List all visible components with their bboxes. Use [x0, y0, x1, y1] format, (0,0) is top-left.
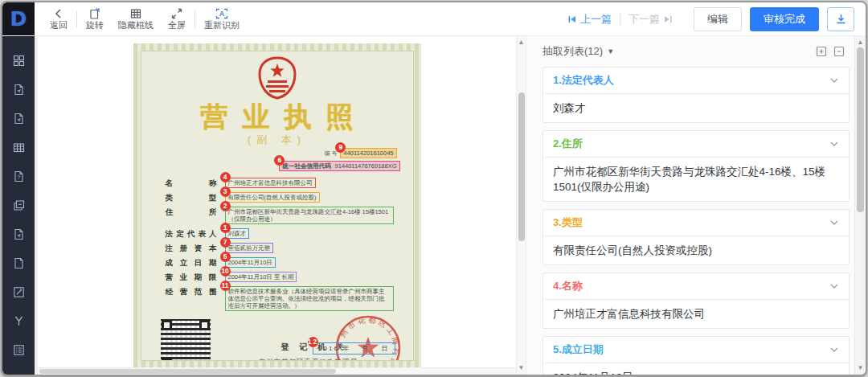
file-icon [13, 257, 25, 269]
field-card-value[interactable]: 广州市花都区新华街天贵路与龙珠路交汇处4-16楼、15楼1501(仅限办公用途) [543, 158, 849, 201]
panel-scrollbar-thumb[interactable] [857, 47, 864, 212]
license-field-row: 成立日期 52004年11月10日 [166, 257, 402, 268]
horizontal-scrollbar-thumb[interactable] [39, 369, 336, 374]
license-title: 营业执照 [153, 100, 402, 133]
logo-letter: D [10, 7, 27, 31]
field-value: 2004年11月10日 至 长期 [228, 273, 294, 281]
expand-all-icon[interactable] [816, 46, 827, 57]
credit-annotation-box[interactable]: 6 统一社会信用代码 9144011476769188XG [279, 161, 399, 171]
extraction-panel: 抽取列表(12) ▼ 1.法定代表人 刘森才 2 [526, 36, 866, 375]
sidebar-item-unknown-doc[interactable]: ? [2, 162, 35, 191]
rotate-button[interactable]: 旋转 [79, 2, 111, 36]
sidebar-item-pdf-doc-2[interactable] [2, 104, 35, 133]
extraction-list-title: 抽取列表(12) [542, 44, 603, 59]
download-button[interactable] [827, 7, 854, 31]
skip-next-icon [663, 14, 673, 24]
field-label: 经营范围 [166, 287, 225, 296]
sidebar-item-file[interactable] [2, 248, 35, 277]
field-value: 广州市花都区新华街天贵路与龙珠路交汇处4-16楼 15楼1501（仅限办公用途） [228, 208, 389, 223]
annotation-badge: 11 [220, 281, 231, 291]
toolbar-right-group: 上一篇 下一篇 编辑 审核完成 [567, 2, 866, 35]
field-label: 名称 [166, 178, 225, 187]
chevron-down-icon[interactable] [829, 281, 839, 291]
scroll-down-arrow[interactable]: ▼ [855, 363, 866, 373]
field-card-header[interactable]: 1.法定代表人 [543, 68, 849, 94]
app-logo: D [2, 2, 35, 35]
pdf-file-icon [13, 228, 25, 240]
field-annotation-box[interactable]: 1刘森才 [225, 228, 250, 239]
scroll-up-arrow[interactable]: ▲ [517, 38, 526, 47]
collapse-all-icon[interactable] [833, 46, 845, 57]
field-annotation-box[interactable]: 11软件和信息技术服务业（具体经营项目请登录广州市商事主体信息公示平台查询。依法… [225, 286, 394, 311]
annotation-badge: 7 [220, 237, 231, 248]
rotate-page-icon [89, 8, 100, 19]
qr-code [161, 319, 211, 361]
branch-y-icon [13, 315, 25, 327]
left-sidebar: ? [2, 36, 35, 375]
field-annotation-box[interactable]: 2广州市花都区新华街天贵路与龙珠路交汇处4-16楼 15楼1501（仅限办公用途… [225, 207, 394, 224]
previous-doc-label: 上一篇 [580, 12, 612, 27]
date-annotation-box[interactable]: 12 2016 年 月 日 [313, 342, 395, 354]
national-emblem [153, 56, 402, 100]
viewer-scrollbar-thumb[interactable] [518, 92, 525, 241]
grid-icon [13, 55, 25, 67]
sidebar-item-form-list[interactable] [2, 335, 35, 364]
extraction-field-card: 4.名称 广州培正才富信息科技有限公司 [542, 273, 850, 329]
horizontal-scrollbar[interactable] [38, 367, 516, 375]
field-card-label: 1.法定代表人 [553, 73, 614, 88]
hide-lines-button[interactable]: 隐藏框线 [111, 2, 161, 36]
field-annotation-box[interactable]: 3有限责任公司(自然人投资或控股) [225, 192, 320, 203]
app-window: D 返回 旋转 隐藏框线 全屏 A 重新识别 [1, 1, 867, 376]
rotate-label: 旋转 [86, 20, 104, 31]
scroll-up-arrow[interactable]: ▲ [855, 38, 866, 47]
field-card-header[interactable]: 3.类型 [543, 210, 849, 236]
sidebar-item-edit-template[interactable] [2, 277, 35, 306]
next-doc-button[interactable]: 下一篇 [628, 12, 673, 27]
field-label: 营业期限 [166, 273, 225, 281]
back-button[interactable]: 返回 [43, 2, 75, 36]
table-icon [13, 141, 25, 154]
extraction-field-card: 1.法定代表人 刘森才 [542, 67, 850, 123]
sidebar-item-tables[interactable] [2, 133, 35, 162]
field-card-label: 2.住所 [553, 137, 583, 151]
field-annotation-box[interactable]: 7壹佰贰拾万元整 [225, 243, 274, 253]
field-card-header[interactable]: 2.住所 [543, 131, 849, 158]
rerecognize-button[interactable]: A 重新识别 [197, 2, 247, 36]
sidebar-item-workflow[interactable] [2, 306, 35, 335]
license-inner: 营业执照 (副 本) 编 号 9 440114201610045 6 [141, 51, 414, 361]
field-annotation-box[interactable]: 52004年11月10日 [225, 257, 276, 268]
field-card-header[interactable]: 5.成立日期 [543, 337, 849, 363]
annotation-badge: 2 [220, 201, 231, 211]
sidebar-item-batch[interactable] [2, 191, 35, 219]
caret-down-icon[interactable]: ▼ [607, 47, 614, 55]
field-card-value[interactable]: 广州培正才富信息科技有限公司 [543, 300, 849, 328]
field-card-header[interactable]: 4.名称 [543, 273, 849, 300]
sidebar-item-pdf-doc-1[interactable] [2, 75, 35, 104]
skip-previous-icon [567, 14, 577, 24]
field-card-value[interactable]: 2004年11月10日 [543, 363, 849, 375]
serial-annotation-box[interactable]: 9 440114201610045 [340, 148, 396, 158]
sidebar-item-dashboard[interactable] [2, 46, 35, 75]
business-license-image[interactable]: 营业执照 (副 本) 编 号 9 440114201610045 6 [133, 43, 421, 367]
edit-button[interactable]: 编辑 [694, 7, 742, 31]
approve-button[interactable]: 审核完成 [750, 7, 819, 31]
field-card-value[interactable]: 刘森才 [543, 94, 849, 122]
top-toolbar: D 返回 旋转 隐藏框线 全屏 A 重新识别 [2, 2, 866, 36]
annotation-badge: 4 [220, 172, 231, 182]
scroll-down-arrow[interactable]: ▼ [517, 363, 526, 373]
chevron-down-icon[interactable] [829, 218, 839, 227]
chevron-down-icon[interactable] [829, 139, 839, 149]
sidebar-item-pdf-doc-3[interactable] [2, 219, 35, 248]
annotation-badge: 10 [220, 266, 231, 277]
viewer-scrollbar[interactable]: ▲ ▼ [516, 36, 526, 375]
svg-text:A: A [219, 10, 224, 18]
chevron-down-icon[interactable] [829, 345, 839, 354]
fullscreen-button[interactable]: 全屏 [161, 2, 193, 36]
panel-scrollbar[interactable]: ▲ ▼ [854, 36, 866, 375]
credit-value: 9144011476769188XG [334, 162, 396, 170]
field-annotation-box[interactable]: 4广州培正才富信息科技有限公司 [225, 178, 316, 188]
chevron-down-icon[interactable] [829, 76, 839, 85]
field-card-value[interactable]: 有限责任公司(自然人投资或控股) [543, 236, 849, 264]
field-annotation-box[interactable]: 102004年11月10日 至 长期 [225, 272, 297, 282]
previous-doc-button[interactable]: 上一篇 [567, 12, 612, 27]
